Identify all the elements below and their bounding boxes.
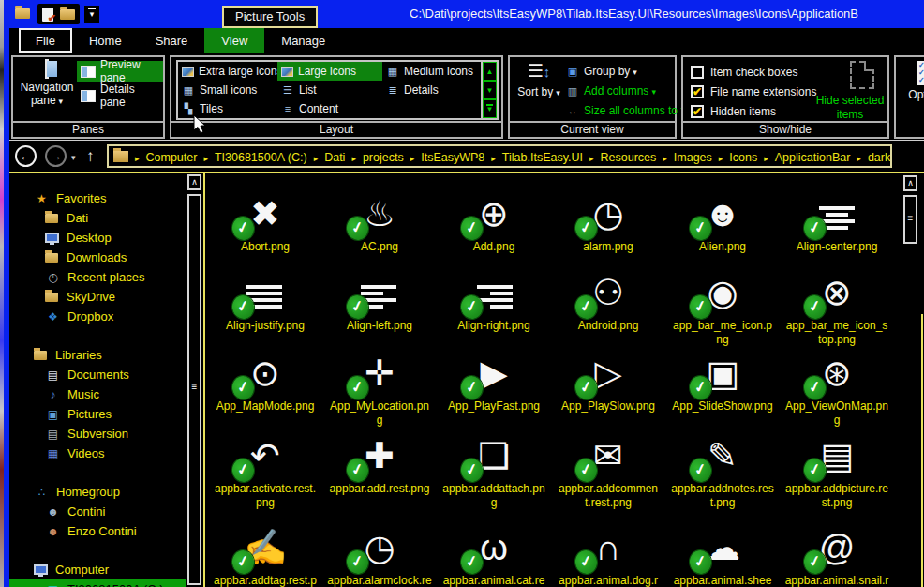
file-item[interactable]: ▣✓App_SlideShow.png (665, 345, 780, 428)
view-option-content[interactable]: ≡Content (277, 99, 382, 118)
file-item[interactable]: ☻✓Alien.png (665, 186, 780, 264)
sidebar-scrollbar[interactable]: ∧ ≡ (186, 173, 202, 587)
tab-view[interactable]: View (204, 28, 264, 53)
file-item[interactable]: ✓Align-justify.png (208, 264, 322, 345)
file-item[interactable]: ⊗✓app_bar_me_icon_stop.png (780, 264, 894, 345)
breadcrumb-item[interactable]: Dati (324, 151, 345, 164)
gallery-scroll-up-button[interactable]: ▲ (483, 62, 497, 81)
file-item[interactable]: ✓Align-right.png (437, 264, 551, 345)
file-item[interactable]: ✓Align-center.png (780, 186, 894, 264)
title-bar[interactable]: ▾ Picture Tools C:\Dati\projects\ItsEasy… (9, 0, 924, 28)
main-scroll-up-button[interactable]: ∧ (903, 175, 917, 191)
breadcrumb-item[interactable]: TI30681500A (C:) (215, 151, 307, 164)
file-item[interactable]: ⚇✓Android.png (551, 264, 665, 345)
checkbox-icon[interactable] (691, 66, 704, 79)
sidebar-item-dropbox[interactable]: ❖Dropbox (9, 307, 186, 326)
options-button[interactable]: ✓—✓—✓— Options (903, 61, 924, 117)
gallery-more-button[interactable]: ▼ (483, 99, 497, 118)
file-item[interactable]: ▷✓App_PlaySlow.png (551, 345, 665, 428)
file-item[interactable]: ⊛✓App_ViewOnMap.png (780, 345, 894, 428)
file-item[interactable]: ◉✓app_bar_me_icon.png (665, 264, 780, 345)
sidebar-item-enzo-contini[interactable]: ☻Enzo Contini (9, 521, 186, 541)
sidebar-item-pictures[interactable]: ▣Pictures (9, 404, 186, 424)
gallery-scroll-down-button[interactable]: ▼ (483, 81, 497, 99)
breadcrumb-item[interactable]: projects (363, 151, 404, 164)
sidebar-item-videos[interactable]: ▦Videos (9, 444, 186, 463)
breadcrumb-item[interactable]: Icons (729, 151, 757, 164)
sidebar-section-computer[interactable]: Computer (9, 560, 186, 579)
file-item[interactable]: ⊕✓Add.png (437, 186, 551, 264)
sidebar-scrollbar-thumb[interactable]: ≡ (187, 194, 201, 585)
group-by-button[interactable]: ▣ Group by (566, 62, 637, 81)
tab-home[interactable]: Home (72, 28, 139, 53)
view-option-medium-icons[interactable]: ▦Medium icons (382, 62, 480, 81)
file-item[interactable]: ❏✓appbar.addattach.png (437, 428, 551, 519)
sidebar-item-contini[interactable]: ☻Contini (9, 502, 186, 521)
checkbox-icon[interactable]: ✔ (691, 85, 704, 98)
tab-manage[interactable]: Manage (264, 28, 342, 53)
sidebar-item-documents[interactable]: ▤Documents (9, 365, 186, 384)
file-item[interactable]: ✖✓Abort.png (208, 186, 322, 264)
checkbox-icon[interactable]: ✔ (691, 105, 704, 118)
pane-divider[interactable] (203, 173, 205, 587)
forward-button[interactable]: → (45, 145, 67, 167)
tab-file[interactable]: File (19, 28, 72, 53)
file-item[interactable]: ✛✓App_MyLocation.png (322, 345, 437, 428)
sidebar-section-libraries[interactable]: Libraries (9, 345, 186, 365)
breadcrumb-item[interactable]: ApplicationBar (775, 151, 851, 164)
checkbox-file-name-extensions[interactable]: ✔File name extensions (691, 83, 816, 101)
file-item[interactable]: ✉✓appbar.addcomment.rest.png (551, 428, 665, 519)
size-all-columns-button[interactable]: ↔ Size all columns to fit (566, 101, 690, 120)
view-option-extra-large-icons[interactable]: Extra large icons (178, 62, 277, 81)
sidebar-item-desktop[interactable]: Desktop (9, 228, 186, 248)
view-option-large-icons[interactable]: Large icons (277, 62, 382, 81)
file-item[interactable]: ↶✓appbar.activate.rest.png (208, 428, 322, 519)
sidebar-item-dati[interactable]: Dati (9, 208, 186, 228)
breadcrumb-item[interactable]: Images (674, 151, 712, 164)
view-option-small-icons[interactable]: ▦Small icons (178, 81, 277, 99)
file-item[interactable]: ◷✓alarm.png (551, 186, 665, 264)
main-scrollbar-thumb[interactable]: ≡ (903, 195, 917, 244)
file-item[interactable]: ✎✓appbar.addnotes.rest.png (665, 428, 780, 519)
sidebar-section-favorites[interactable]: ★Favorites (9, 188, 186, 208)
properties-icon[interactable] (42, 8, 53, 22)
file-item[interactable]: ✍✓appbar.addtag.rest.png (208, 519, 322, 587)
file-item[interactable]: ▶✓App_PlayFast.png (437, 345, 551, 428)
breadcrumb-item[interactable]: Resources (601, 151, 657, 164)
address-breadcrumb-bar[interactable]: ▸Computer▸TI30681500A (C:)▸Dati▸projects… (107, 144, 892, 168)
view-option-list[interactable]: ☰List (277, 81, 382, 99)
file-item[interactable]: ☁✓appbar.animal.sheep.rest.png (665, 519, 780, 587)
file-item[interactable]: ♨✓AC.png (322, 186, 437, 264)
sidebar-section-homegroup[interactable]: ∴Homegroup (9, 482, 186, 502)
history-dropdown-icon[interactable]: ▾ (71, 153, 76, 162)
checkbox-item-check-boxes[interactable]: Item check boxes (691, 63, 797, 82)
sidebar-scroll-up-button[interactable]: ∧ (187, 174, 201, 190)
file-item[interactable]: ∩✓appbar.animal.dog.rest.png (551, 519, 665, 587)
breadcrumb-item[interactable]: Tilab.ItsEasy.UI (502, 151, 583, 164)
breadcrumb-item[interactable]: dark (868, 151, 890, 164)
file-item[interactable]: ▤✓appbar.addpicture.rest.png (780, 428, 894, 519)
sidebar-item-subversion[interactable]: ▤Subversion (9, 424, 186, 444)
breadcrumb-item[interactable]: Computer (146, 151, 198, 164)
sidebar-item-ti30681500a-c-[interactable]: ▦TI30681500A (C:) (9, 579, 186, 587)
details-pane-button[interactable]: Details pane (77, 85, 163, 106)
checkbox-hidden-items[interactable]: ✔Hidden items (691, 102, 776, 121)
sidebar-item-skydrive[interactable]: SkyDrive (9, 287, 186, 307)
file-item[interactable]: @✓appbar.animal.snail.rest.png (780, 519, 894, 587)
back-button[interactable]: ← (15, 145, 37, 167)
customize-qat-dropdown[interactable]: ▾ (84, 6, 99, 23)
new-folder-icon[interactable] (60, 9, 75, 20)
tab-share[interactable]: Share (139, 28, 205, 53)
breadcrumb-item[interactable]: ItsEasyWP8 (421, 151, 484, 164)
file-item[interactable]: ◷✓appbar.alarmclock.rest.png (322, 519, 437, 587)
sidebar-item-downloads[interactable]: Downloads (9, 248, 186, 267)
preview-pane-button[interactable]: Preview pane (77, 61, 163, 82)
file-item[interactable]: ω✓appbar.animal.cat.rest.png (437, 519, 551, 587)
hide-selected-items-button[interactable]: Hide selected items (812, 93, 887, 121)
view-option-details[interactable]: ≣Details (382, 81, 480, 99)
main-scrollbar[interactable]: ∧ ≡ (902, 173, 917, 587)
up-button[interactable]: ↑ (86, 147, 95, 166)
file-item[interactable]: ⊙✓App_MapMode.png (208, 345, 322, 428)
add-columns-button[interactable]: ▥ Add columns (566, 82, 656, 100)
sidebar-item-music[interactable]: ♪Music (9, 384, 186, 404)
